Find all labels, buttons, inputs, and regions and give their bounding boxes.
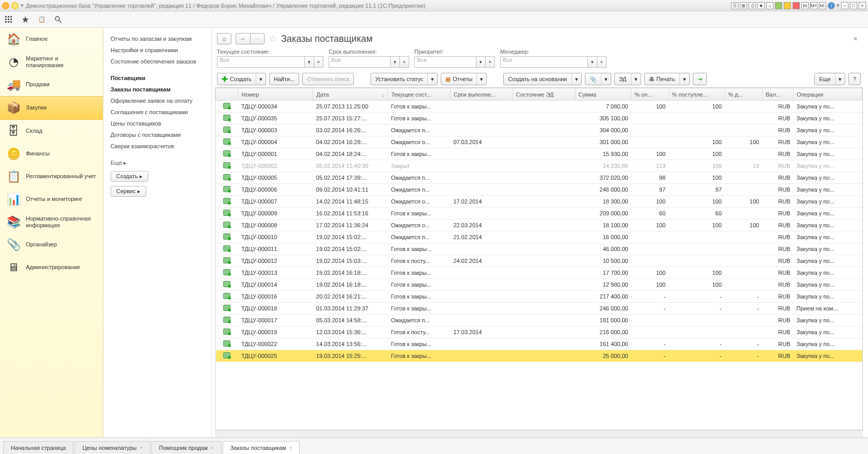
tb-icon[interactable]: ⎙ — [749, 2, 756, 9]
cancel-search-button[interactable]: Отменить поиск — [302, 73, 354, 85]
filter-manager-input[interactable]: Все — [500, 56, 588, 68]
sidebar-item-8[interactable]: 📚Нормативно-справочная информация — [0, 211, 103, 233]
tb-icon[interactable]: ⌂ — [766, 2, 773, 9]
column-header[interactable] — [216, 88, 238, 101]
minimize-icon[interactable]: – — [841, 2, 848, 9]
sidebar-item-6[interactable]: 📋Регламентированный учет — [0, 165, 103, 188]
subpanel-link[interactable]: Заказы поставщикам — [103, 84, 211, 95]
tb-icon[interactable] — [775, 2, 782, 9]
tab-close-icon[interactable]: × — [289, 445, 292, 450]
subpanel-link[interactable]: Договоры с поставщиками — [103, 129, 211, 140]
column-header[interactable]: Сумма — [575, 88, 631, 101]
orders-table[interactable]: НомерДатаТекущее сост...Срок выполне...С… — [215, 87, 863, 430]
table-row[interactable]: ТДЦУ-00001219.02.2014 15:03:...Готов к п… — [216, 255, 862, 267]
subpanel-btn_create[interactable]: Создать ▸ — [111, 171, 148, 182]
sidebar-item-2[interactable]: 🚚Продажи — [0, 73, 103, 96]
subpanel-link[interactable]: Соглашения с поставщиками — [103, 106, 211, 118]
table-row[interactable]: ТДЦУ-00001801.03.2014 11:29:37Готов к за… — [216, 303, 862, 315]
subpanel-link[interactable]: Цены поставщиков — [103, 118, 211, 129]
table-row[interactable]: ТДЦУ-00000817.02.2014 11:36:24Ожидается … — [216, 220, 862, 231]
sidebar-item-10[interactable]: 🖥Администрирование — [0, 256, 103, 279]
ed-button[interactable]: ЭД▾ — [614, 73, 641, 85]
table-row[interactable]: ТДЦУ-00000404.02.2014 16:28:...Ожидается… — [216, 136, 862, 148]
sidebar-item-3[interactable]: 📦Закупки — [0, 96, 103, 120]
subpanel-link[interactable]: Оформление заявок на оплату — [103, 95, 211, 106]
filter-deadline-input[interactable]: Все — [329, 56, 391, 68]
filter-priority-input[interactable]: Все — [414, 56, 476, 68]
dropdown-icon[interactable]: ▾ — [476, 56, 486, 68]
column-header[interactable]: Операция — [794, 88, 862, 101]
dropdown-icon[interactable]: ▾ — [588, 56, 597, 68]
subpanel-link[interactable]: Сверки взаиморасчетов — [103, 140, 211, 152]
tab-close-icon[interactable]: × — [211, 445, 213, 450]
search-icon[interactable] — [54, 15, 63, 24]
sidebar-item-4[interactable]: 🗄Склад — [0, 120, 103, 143]
table-row[interactable]: ТДЦУ-00000916.02.2014 11:53:16Готов к за… — [216, 208, 862, 220]
subpanel-link[interactable]: Состояние обеспечения заказов — [103, 56, 211, 67]
more-button[interactable]: Еще▾ — [814, 73, 845, 85]
reports-button[interactable]: ▦Отчеты▾ — [441, 73, 487, 85]
column-header[interactable]: Состояние ЭД — [513, 88, 575, 101]
info-icon[interactable]: i — [828, 2, 835, 9]
subpanel-link[interactable]: Настройки и справочники — [103, 44, 211, 56]
table-row[interactable]: ТДЦУ-00000205.02.2014 11:40:30Закрыт14 2… — [216, 160, 862, 172]
bottom-tab[interactable]: Заказы поставщикам× — [223, 441, 300, 454]
calc-mp[interactable]: M+ — [810, 2, 817, 9]
bottom-tab[interactable]: Цены номенклатуры× — [74, 441, 150, 454]
table-row[interactable]: ТДЦУ-00001705.03.2014 14:58:...Ожидается… — [216, 315, 862, 326]
table-row[interactable]: ТДЦУ-00002519.03.2014 15:25:...Готов к з… — [216, 350, 862, 362]
set-status-button[interactable]: Установить статус▾ — [370, 73, 438, 85]
export-button[interactable]: ⇥ — [693, 73, 707, 85]
calc-m[interactable]: M — [801, 2, 809, 9]
sidebar-item-1[interactable]: ◔Маркетинг и планирование — [0, 51, 103, 73]
clear-icon[interactable]: × — [400, 56, 409, 68]
create-button[interactable]: ✚Создать▾ — [217, 73, 266, 85]
table-row[interactable]: ТДЦУ-00003525.07.2013 15:27:...Готов к з… — [216, 113, 862, 124]
home-button[interactable]: ⌂ — [217, 33, 231, 44]
column-header[interactable]: Срок выполне... — [451, 88, 513, 101]
clipboard-icon[interactable]: 📋 — [37, 15, 47, 24]
find-button[interactable]: Найти... — [269, 73, 300, 85]
create-based-button[interactable]: Создать на основании▾ — [503, 73, 581, 85]
column-header[interactable]: Номер — [238, 88, 313, 101]
attach-button[interactable]: 📎▾ — [585, 73, 611, 85]
column-header[interactable]: Вал... — [762, 88, 793, 101]
favorite-icon[interactable]: ☆ — [269, 33, 277, 44]
apps-icon[interactable] — [4, 15, 13, 24]
forward-button[interactable]: → — [250, 33, 265, 44]
sidebar-item-9[interactable]: 📎Органайзер — [0, 233, 103, 256]
filter-state-input[interactable]: Все — [217, 56, 305, 68]
table-row[interactable]: ТДЦУ-00002214.03.2014 13:56:...Готов к з… — [216, 338, 862, 350]
table-row[interactable]: ТДЦУ-00001620.02.2014 16:21:...Готов к з… — [216, 291, 862, 303]
table-row[interactable]: ТДЦУ-00001319.02.2014 16:18:...Готов к з… — [216, 267, 862, 279]
print-button[interactable]: 🖶Печать▾ — [644, 73, 690, 85]
subpanel-btn_service[interactable]: Сервис ▸ — [111, 186, 146, 197]
tb-icon[interactable]: ★ — [757, 2, 765, 9]
tb-icon[interactable]: ☰ — [731, 2, 738, 9]
sidebar-item-7[interactable]: 📊Отчеты и мониторинг — [0, 188, 103, 211]
column-header[interactable]: Дата — [313, 88, 388, 101]
close-icon[interactable]: × — [859, 2, 866, 9]
bottom-tab[interactable]: Начальная страница — [3, 441, 73, 454]
subpanel-link[interactable]: Поставщики — [103, 72, 211, 84]
table-row[interactable]: ТДЦУ-00000303.02.2014 16:26:...Ожидается… — [216, 124, 862, 136]
table-row[interactable]: ТДЦУ-00001119.02.2014 15:02:...Готов к з… — [216, 243, 862, 255]
sidebar-item-0[interactable]: 🏠Главное — [0, 28, 103, 51]
column-header[interactable]: % поступле... — [669, 88, 725, 101]
tb-icon[interactable]: ⊞ — [740, 2, 747, 9]
dropdown-icon[interactable]: ▾ — [305, 56, 314, 68]
table-row[interactable]: ТДЦУ-00000104.02.2014 18:24:...Готов к з… — [216, 148, 862, 160]
clear-icon[interactable]: × — [314, 56, 323, 68]
maximize-icon[interactable]: □ — [850, 2, 857, 9]
column-header[interactable]: Текущее сост... — [388, 88, 451, 101]
table-row[interactable]: ТДЦУ-00000714.02.2014 11:48:15Ожидается … — [216, 196, 862, 208]
table-row[interactable]: ТДЦУ-00001019.02.2014 15:02:...Ожидается… — [216, 231, 862, 243]
table-row[interactable]: ТДЦУ-00001912.03.2014 15:36:...Готов к п… — [216, 326, 862, 338]
back-button[interactable]: ← — [236, 33, 250, 44]
subpanel-link[interactable]: Отчеты по запасам и закупкам — [103, 33, 211, 44]
clear-icon[interactable]: × — [597, 56, 607, 68]
calc-mm[interactable]: M- — [819, 2, 826, 9]
star-icon[interactable]: ★ — [21, 15, 30, 24]
tab-close-icon[interactable]: × — [140, 445, 142, 450]
app-icon-2[interactable] — [11, 2, 19, 9]
